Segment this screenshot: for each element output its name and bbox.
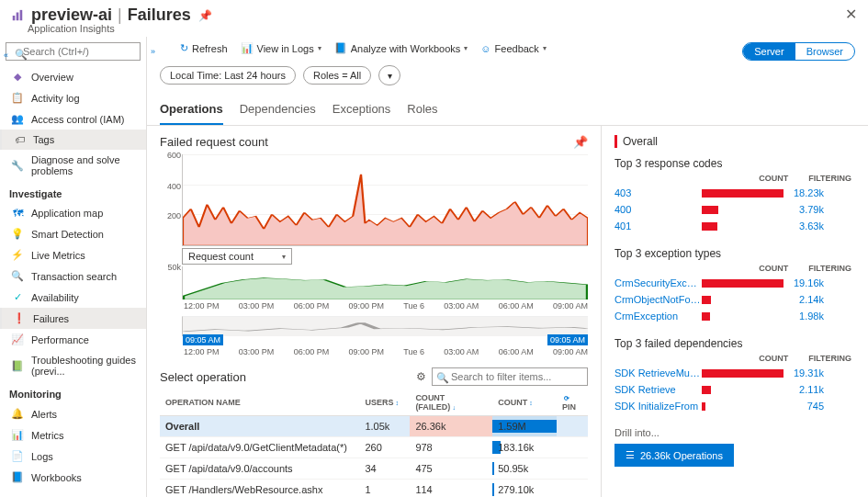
time-brush[interactable]: 09:05 AM 09:05 AM (182, 316, 588, 336)
nav-perf[interactable]: 📈Performance (0, 329, 146, 350)
perf-icon: 📈 (11, 333, 24, 345)
access-icon: 👥 (11, 113, 24, 125)
app-name: preview-ai (31, 6, 112, 25)
map-icon: 🗺 (11, 208, 24, 219)
server-browser-toggle[interactable]: ServerBrowser (742, 42, 855, 61)
svg-rect-3 (183, 317, 588, 336)
nav-map[interactable]: 🗺Application map (0, 203, 146, 223)
tab-exceptions[interactable]: Exceptions (333, 95, 391, 125)
page-title: Failures (128, 6, 191, 25)
nav-log[interactable]: 📋Activity log (0, 87, 146, 108)
metric-row[interactable]: SDK RetrieveMulti...19.31k (614, 365, 855, 381)
roles-filter-pill[interactable]: Roles = All (303, 66, 371, 85)
nav-diagnose[interactable]: 🔧Diagnose and solve problems (0, 150, 146, 181)
failed-chart-svg (183, 154, 588, 245)
col-name[interactable]: OPERATION NAME (160, 390, 359, 416)
tag-icon: 🏷 (13, 134, 26, 145)
trouble-icon: 📗 (11, 360, 24, 372)
group-monitoring: Monitoring (0, 381, 146, 403)
feedback-button[interactable]: ☺Feedback▾ (480, 43, 547, 54)
group-investigate: Investigate (0, 181, 146, 203)
request-chart-svg (183, 266, 588, 299)
diagnose-icon: 🔧 (11, 160, 24, 172)
nav-overview[interactable]: ◆Overview (0, 66, 146, 87)
svg-rect-1 (17, 12, 19, 20)
top-failed-dependencies-card: Top 3 failed dependencies COUNTFILTERING… (614, 337, 855, 414)
metric-row[interactable]: 40318.23k (614, 185, 855, 201)
drill-operations-button[interactable]: ☰ 26.36k Operations (614, 444, 734, 467)
nav-smart[interactable]: 💡Smart Detection (0, 223, 146, 244)
overall-header: Overall (614, 135, 855, 148)
col-users[interactable]: USERS↕ (359, 390, 410, 416)
metric-row[interactable]: SDK Retrieve2.11k (614, 381, 855, 398)
sidebar-search[interactable] (6, 42, 141, 61)
nav-search[interactable]: 🔍Transaction search (0, 265, 146, 287)
metric-dropdown[interactable]: Request count▾ (182, 248, 292, 265)
tab-operations[interactable]: Operations (160, 95, 223, 125)
nav-avail[interactable]: ✓Availability (0, 287, 146, 308)
tab-dependencies[interactable]: Dependencies (240, 95, 316, 125)
op-row[interactable]: GET /api/data/v9.0/accounts3447550.95k (160, 458, 588, 480)
add-filter-button[interactable]: ▾ (378, 65, 400, 85)
col-failed[interactable]: COUNT (FAILED)↓ (410, 390, 492, 416)
request-count-chart[interactable]: 50k (182, 266, 588, 299)
workbooks-icon: 📘 (11, 471, 24, 483)
brush-start[interactable]: 09:05 AM (183, 334, 223, 345)
time-filter-pill[interactable]: Local Time: Last 24 hours (160, 66, 296, 85)
nav-fail[interactable]: ❗Failures (0, 308, 146, 329)
nav-metrics[interactable]: 📊Metrics (0, 424, 146, 446)
col-count[interactable]: COUNT↕ (492, 390, 557, 416)
operations-table: OPERATION NAME USERS↕ COUNT (FAILED)↓ CO… (160, 390, 588, 497)
appinsights-icon (11, 9, 24, 22)
metric-row[interactable]: 4003.79k (614, 201, 855, 218)
op-row[interactable]: GET /Handlers/WebResource.ashx1114279.10… (160, 480, 588, 498)
analyze-workbooks-button[interactable]: 📘Analyze with Workbooks▾ (334, 42, 468, 54)
op-settings-icon[interactable]: ⚙ (416, 370, 426, 383)
close-button[interactable]: ✕ (845, 6, 857, 23)
overview-icon: ◆ (11, 71, 24, 83)
view-logs-button[interactable]: 📊View in Logs▾ (241, 42, 321, 54)
nav-tag[interactable]: 🏷Tags (0, 130, 146, 150)
metric-row[interactable]: CrmSecurityExcept...19.16k (614, 275, 855, 291)
nav-workbooks[interactable]: 📘Workbooks (0, 467, 146, 488)
failed-request-chart[interactable]: 600 400 200 (182, 154, 588, 246)
chart-title: Failed request count (160, 135, 268, 149)
metrics-icon: 📊 (11, 429, 24, 441)
group-usage: Usage (0, 488, 146, 497)
nav-trouble[interactable]: 📗Troubleshooting guides (previ... (0, 350, 146, 381)
collapse-sidebar[interactable]: « (4, 51, 8, 60)
logs-icon: 📄 (11, 450, 24, 462)
top-response-codes-card: Top 3 response codes COUNTFILTERING 4031… (614, 157, 855, 234)
nav-access[interactable]: 👥Access control (IAM) (0, 108, 146, 130)
svg-rect-2 (20, 9, 23, 19)
smart-icon: 💡 (11, 228, 24, 240)
nav-live[interactable]: ⚡Live Metrics (0, 244, 146, 265)
metric-row[interactable]: 4013.63k (614, 218, 855, 234)
pin-button[interactable]: 📌 (198, 9, 212, 22)
sidebar: 🔍 « ◆Overview📋Activity log👥Access contro… (0, 37, 147, 497)
alerts-icon: 🔔 (11, 408, 24, 420)
select-operation-title: Select operation (160, 370, 246, 384)
fail-icon: ❗ (13, 312, 26, 324)
col-pin[interactable]: ⟳ PIN (557, 390, 588, 416)
expand-sidebar[interactable]: » (151, 47, 155, 56)
list-icon: ☰ (626, 449, 635, 461)
pin-chart-button[interactable]: 📌 (573, 135, 588, 149)
refresh-button[interactable]: ↻Refresh (180, 42, 228, 54)
op-row[interactable]: Overall1.05k26.36k1.59M (160, 416, 588, 437)
drill-label: Drill into... (614, 427, 855, 438)
brush-end[interactable]: 09:05 AM (547, 334, 588, 345)
nav-logs[interactable]: 📄Logs (0, 446, 146, 467)
top-exception-types-card: Top 3 exception types COUNTFILTERING Crm… (614, 247, 855, 324)
metric-row[interactable]: SDK InitializeFrom745 (614, 398, 855, 414)
live-icon: ⚡ (11, 249, 24, 261)
metric-row[interactable]: CrmObjectNotFou...2.14k (614, 291, 855, 308)
svg-rect-0 (13, 16, 16, 20)
nav-alerts[interactable]: 🔔Alerts (0, 403, 146, 424)
operation-filter-input[interactable] (432, 367, 588, 386)
search-icon: 🔍 (11, 270, 24, 282)
op-row[interactable]: GET /api/data/v9.0/GetClientMetadata(*)2… (160, 437, 588, 458)
log-icon: 📋 (11, 92, 24, 104)
metric-row[interactable]: CrmException1.98k (614, 308, 855, 324)
tab-roles[interactable]: Roles (407, 95, 437, 125)
